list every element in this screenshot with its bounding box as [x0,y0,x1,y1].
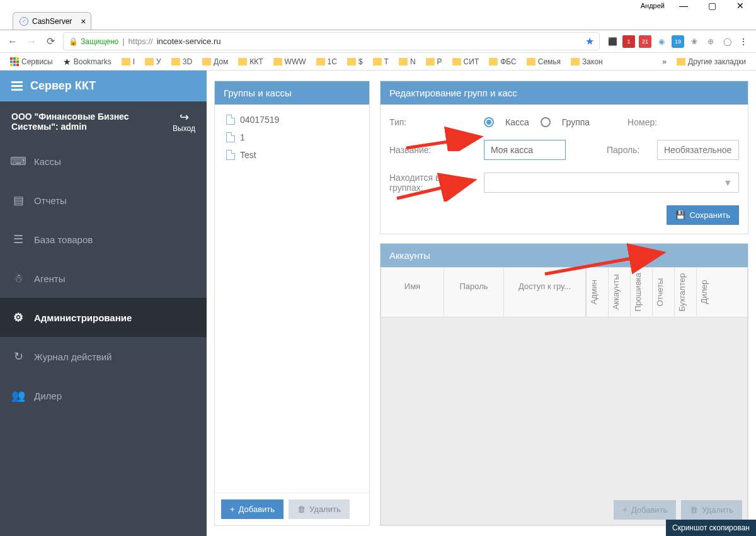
folder-sit[interactable]: СИТ [449,55,483,68]
minimize-button[interactable]: — [674,1,693,11]
tree-item[interactable]: 1 [224,128,360,146]
delete-group-button[interactable]: 🗑Удалить [289,499,350,519]
groups-panel-title: Группы и кассы [215,81,369,105]
folder-n[interactable]: N [395,55,420,68]
save-button[interactable]: 💾Сохранить [667,205,739,225]
add-account-button[interactable]: +Добавить [614,500,676,520]
ext-icon-6[interactable]: ⊕ [704,35,717,48]
accounts-table-header: Имя Пароль Доступ к гру... Админ Аккаунт… [381,268,747,317]
sidebar-header: Сервер ККТ [0,71,207,101]
url-bar[interactable]: 🔒 Защищено | https://incotex-service.ru … [63,32,600,50]
ext-icon-7[interactable]: ◯ [721,35,733,48]
folder-i[interactable]: I [118,55,139,68]
folder-dom[interactable]: Дом [198,55,232,68]
nav-baza-tovarov[interactable]: ☰ База товаров [0,220,207,259]
back-button[interactable]: ← [6,35,19,48]
browser-tab[interactable]: ✓ CashServer × [13,12,91,30]
toast-notification: Скриншот скопирован [666,520,756,536]
ext-icon-5[interactable]: ❀ [688,35,701,48]
file-icon [226,115,235,125]
windows-user: Андрей [641,2,665,9]
nav-otchety[interactable]: ▤ Отчеты [0,181,207,220]
folder-u[interactable]: У [141,55,165,68]
bookmark-bar: Сервисы ★Bookmarks I У 3D Дом ККТ WWW 1С… [0,53,756,71]
nav-agenty[interactable]: ☃ Агенты [0,259,207,298]
window-titlebar: Андрей — ▢ ✕ [0,0,756,11]
maximize-button[interactable]: ▢ [702,1,721,11]
delete-account-button[interactable]: 🗑Удалить [681,500,742,520]
groups-panel-footer: +Добавить 🗑Удалить [215,493,369,525]
groups-label: Находится в группах: [389,173,446,193]
menu-icon[interactable]: ⋮ [737,35,750,48]
folder-www[interactable]: WWW [270,55,310,68]
radio-kassa[interactable] [484,117,494,127]
folder-icon [452,58,461,66]
close-button[interactable]: ✕ [731,1,750,11]
history-icon: ↻ [11,350,25,363]
tree-item[interactable]: Test [224,146,360,164]
secure-indicator: 🔒 Защищено [69,37,118,46]
password-input[interactable] [657,140,739,160]
folder-icon [527,58,536,66]
bookmark-star-icon[interactable]: ★ [585,35,594,47]
folder-icon [316,58,325,66]
nav-kassy[interactable]: ⌨ Кассы [0,142,207,181]
groups-select[interactable]: ▼ [484,173,739,193]
folder-icon [273,58,282,66]
bookmark-overflow[interactable]: » [658,55,670,68]
password-label: Пароль: [607,145,644,155]
accounts-table-body [381,317,747,495]
bookmarks-folder[interactable]: ★Bookmarks [59,55,115,69]
folder-fbs[interactable]: ФБС [485,55,520,68]
lock-icon: 🔒 [69,37,78,46]
folder-zakon[interactable]: Закон [567,55,607,68]
app-title: Сервер ККТ [30,79,96,93]
apps-shortcut[interactable]: Сервисы [6,55,57,68]
folder-1c[interactable]: 1С [312,55,341,68]
gear-icon: ⚙ [11,311,25,324]
browser-tab-bar: ✓ CashServer × [0,11,756,30]
nav-diler[interactable]: 👥 Дилер [0,376,207,415]
calculator-icon: ⌨ [11,154,25,168]
ext-evernote-icon[interactable]: ⬛ [606,35,619,48]
radio-gruppa-label: Группа [562,117,590,127]
other-bookmarks[interactable]: Другие закладки [673,55,750,68]
folder-semya[interactable]: Семья [523,55,564,68]
agent-icon: ☃ [11,271,25,285]
ext-icon-2[interactable]: 21 [639,35,651,48]
save-icon: 💾 [675,210,685,220]
logout-icon: ↪ [173,110,195,124]
folder-dollar[interactable]: $ [343,55,367,68]
col-firmware: Прошивка [630,268,652,317]
main-content: Группы и кассы 04017519 1 Test +Добавить… [207,71,756,536]
folder-3d[interactable]: 3D [168,55,196,68]
tab-close-icon[interactable]: × [81,16,86,26]
users-icon: 👥 [11,389,25,402]
star-icon: ★ [63,57,71,67]
forward-button[interactable]: → [25,35,38,48]
folder-r[interactable]: Р [422,55,446,68]
col-pass: Пароль [444,268,504,317]
folder-kkt[interactable]: ККТ [234,55,266,68]
folder-t[interactable]: Т [369,55,392,68]
ext-icon-4[interactable]: 19 [672,35,684,48]
add-group-button[interactable]: +Добавить [221,499,284,519]
ext-icon-1[interactable]: 1 [622,35,635,48]
nav-admin[interactable]: ⚙ Администрирование [0,298,207,337]
name-label: Название: [389,145,446,155]
name-input[interactable] [484,140,566,160]
radio-gruppa[interactable] [541,117,551,127]
nav-zhurnal[interactable]: ↻ Журнал действий [0,337,207,376]
trash-icon: 🗑 [690,505,698,515]
hamburger-icon[interactable] [11,81,23,91]
apps-icon [10,57,19,66]
reload-button[interactable]: ⟳ [44,35,57,48]
plus-icon: + [622,505,627,515]
folder-icon [426,58,435,66]
folder-icon [571,58,580,66]
ext-icon-3[interactable]: ◉ [655,35,668,48]
folder-icon [347,58,356,66]
accounts-panel-title: Аккаунты [381,244,748,267]
logout-button[interactable]: ↪ Выход [173,110,195,133]
tree-item[interactable]: 04017519 [224,111,360,128]
